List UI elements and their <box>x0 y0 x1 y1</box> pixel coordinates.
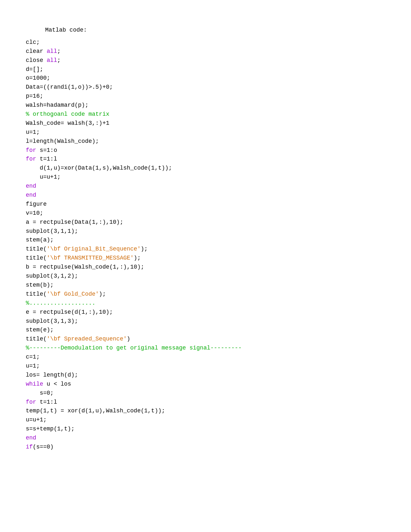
code-segment: ); <box>141 246 148 252</box>
code-line: v=10; <box>26 209 392 218</box>
code-segment: % orthogoanl code matrix <box>26 111 109 117</box>
code-segment: o=1000; <box>26 75 50 81</box>
code-segment: '\bf Original_Bit_Sequence' <box>47 246 141 252</box>
code-segment: v=10; <box>26 210 43 216</box>
code-segment: %---------Demodulation to get original m… <box>26 345 242 351</box>
code-segment: s=0; <box>26 390 54 396</box>
code-line: temp(1,t) = xor(d(1,u),Walsh_code(1,t)); <box>26 407 392 416</box>
code-segment: clear <box>26 48 47 54</box>
code-segment: '\bf TRANSMITTED_MESSAGE' <box>47 255 134 261</box>
code-segment: ) <box>127 336 130 342</box>
code-line: title('\bf Spreaded_Sequence') <box>26 335 392 344</box>
code-line: stem(e); <box>26 326 392 335</box>
code-segment: clc; <box>26 39 40 45</box>
code-segment: ; <box>57 57 61 64</box>
code-line: stem(b); <box>26 281 392 290</box>
code-segment: s=s+temp(1,t); <box>26 426 74 432</box>
code-segment: t=1:l <box>36 156 57 162</box>
code-line: p=16; <box>26 92 392 101</box>
code-line: for t=1:l <box>26 398 392 407</box>
code-segment: subplot(3,1,2); <box>26 273 78 279</box>
code-line: title('\bf TRANSMITTED_MESSAGE'); <box>26 254 392 263</box>
code-segment: end <box>26 435 36 441</box>
code-line: l=length(Walsh_code); <box>26 137 392 146</box>
code-segment: e = rectpulse(d(1,:),10); <box>26 309 113 315</box>
code-segment: Walsh_code= walsh(3,:)+1 <box>26 120 109 126</box>
code-line: a = rectpulse(Data(1,:),10); <box>26 218 392 227</box>
code-line: title('\bf Gold_Code'); <box>26 290 392 299</box>
code-line: d=[]; <box>26 65 392 74</box>
code-line: u=1; <box>26 362 392 371</box>
code-segment: u=1; <box>26 363 40 369</box>
code-segment: s=1:o <box>36 147 57 153</box>
code-segment: stem(b); <box>26 282 54 288</box>
code-line: title('\bf Original_Bit_Sequence'); <box>26 245 392 254</box>
code-segment: temp(1,t) = xor(d(1,u),Walsh_code(1,t)); <box>26 408 165 414</box>
code-segment: title( <box>26 246 47 252</box>
code-segment: for <box>26 147 36 153</box>
code-line: clc; <box>26 38 392 47</box>
code-segment: title( <box>26 255 47 261</box>
code-line: u=u+1; <box>26 416 392 425</box>
code-line: u=u+1; <box>26 173 392 182</box>
code-line: while u < los <box>26 380 392 389</box>
code-segment: d=[]; <box>26 66 43 73</box>
code-line: subplot(3,1,1); <box>26 227 392 236</box>
code-segment: for <box>26 399 36 405</box>
code-segment: end <box>26 192 36 198</box>
code-line: end <box>26 191 392 200</box>
code-segment: los= length(d); <box>26 372 78 378</box>
code-segment: for <box>26 156 36 162</box>
code-line: los= length(d); <box>26 371 392 380</box>
code-line: figure <box>26 200 392 209</box>
code-line: Data=((randi(1,o))>.5)+0; <box>26 83 392 92</box>
section-label: Matlab code: <box>26 26 392 35</box>
code-segment: close <box>26 57 47 64</box>
code-segment: subplot(3,1,1); <box>26 228 78 234</box>
code-segment: u=u+1; <box>26 417 47 423</box>
code-segment: c=1; <box>26 354 40 360</box>
code-segment: p=16; <box>26 93 43 99</box>
code-segment: walsh=hadamard(p); <box>26 102 88 108</box>
code-line: end <box>26 182 392 191</box>
code-segment: title( <box>26 336 47 342</box>
code-line: subplot(3,1,3); <box>26 317 392 326</box>
code-line: close all; <box>26 56 392 65</box>
code-segment: '\bf Spreaded_Sequence' <box>47 336 127 342</box>
code-line: Walsh_code= walsh(3,:)+1 <box>26 119 392 128</box>
code-line: c=1; <box>26 353 392 362</box>
code-segment: '\bf Gold_Code' <box>47 291 99 297</box>
code-segment: figure <box>26 201 47 207</box>
code-segment: all <box>47 48 57 54</box>
code-line: s=s+temp(1,t); <box>26 425 392 434</box>
code-segment: d(1,u)=xor(Data(1,s),Walsh_code(1,t)); <box>26 165 172 171</box>
code-line: u=1; <box>26 128 392 137</box>
code-line: for t=1:l <box>26 155 392 164</box>
code-segment: l=length(Walsh_code); <box>26 138 99 144</box>
code-segment: u=1; <box>26 129 40 135</box>
code-segment: Data=((randi(1,o))>.5)+0; <box>26 84 113 90</box>
code-segment: subplot(3,1,3); <box>26 318 78 324</box>
code-line: s=0; <box>26 389 392 398</box>
code-line: e = rectpulse(d(1,:),10); <box>26 308 392 317</box>
code-segment: b = rectpulse(Walsh_code(1,:),10); <box>26 264 144 270</box>
code-line: if(s==0) <box>26 443 392 452</box>
code-segment: ; <box>57 48 61 54</box>
code-segment: stem(e); <box>26 327 54 333</box>
code-segment: all <box>47 57 57 64</box>
code-line: for s=1:o <box>26 146 392 155</box>
page-container: Matlab code: clc;clear all;close all;d=[… <box>26 26 392 452</box>
code-segment: title( <box>26 291 47 297</box>
code-segment: stem(a); <box>26 237 54 243</box>
code-segment: %................... <box>26 300 95 306</box>
code-line: b = rectpulse(Walsh_code(1,:),10); <box>26 263 392 272</box>
code-segment: ); <box>99 291 106 297</box>
code-line: d(1,u)=xor(Data(1,s),Walsh_code(1,t)); <box>26 164 392 173</box>
code-line: subplot(3,1,2); <box>26 272 392 281</box>
code-segment: a = rectpulse(Data(1,:),10); <box>26 219 123 225</box>
code-line: %---------Demodulation to get original m… <box>26 344 392 353</box>
code-block: clc;clear all;close all;d=[];o=1000;Data… <box>26 38 392 452</box>
code-line: clear all; <box>26 47 392 56</box>
code-segment: end <box>26 183 36 189</box>
code-segment: t=1:l <box>36 399 57 405</box>
